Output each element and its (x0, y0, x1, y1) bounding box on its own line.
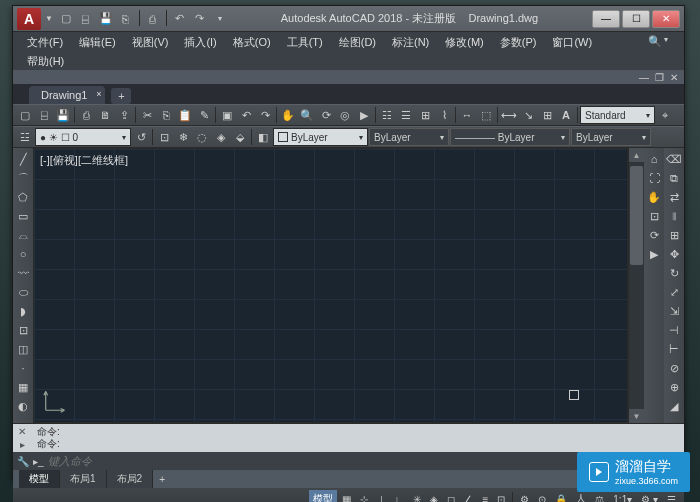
doc-minimize-icon[interactable]: — (639, 72, 649, 83)
menu-dimension[interactable]: 标注(N) (384, 33, 437, 52)
doc-restore-icon[interactable]: ❐ (655, 72, 664, 83)
tb-orbit-icon[interactable]: ⟳ (317, 106, 335, 124)
rotate-icon[interactable]: ↻ (665, 264, 683, 282)
sb-osnap-icon[interactable]: ◻ (443, 490, 459, 502)
tb-showmotion-icon[interactable]: ▶ (355, 106, 373, 124)
menu-file[interactable]: 文件(F) (19, 33, 71, 52)
ellipse-arc-icon[interactable]: ◗ (14, 302, 32, 320)
menu-tools[interactable]: 工具(T) (279, 33, 331, 52)
sb-grid-icon[interactable]: ▦ (338, 490, 355, 502)
save-icon[interactable]: 💾 (97, 10, 115, 28)
sb-ortho-icon[interactable]: ∟ (391, 490, 409, 502)
nav-home-icon[interactable]: ⌂ (645, 150, 663, 168)
layout-tab-add[interactable]: + (153, 472, 171, 487)
menu-help[interactable]: 帮助(H) (19, 52, 72, 71)
file-tab-add[interactable]: + (111, 88, 131, 104)
file-tab-close-icon[interactable]: × (96, 89, 101, 99)
tb-zoom-icon[interactable]: 🔍 (298, 106, 316, 124)
nav-zoom-ext-icon[interactable]: ⊡ (645, 207, 663, 225)
drawing-canvas[interactable]: [-][俯视][二维线框] (33, 148, 628, 423)
minimize-button[interactable]: — (592, 10, 620, 28)
sb-iso-icon[interactable]: ◈ (426, 490, 442, 502)
tb-block-icon[interactable]: ▣ (218, 106, 236, 124)
layer-state-combo[interactable]: ● ☀ ☐ 0▾ (35, 128, 131, 146)
arc-icon[interactable]: ⌓ (14, 226, 32, 244)
open-icon[interactable]: ⌸ (77, 10, 95, 28)
wrench-icon[interactable]: 🔧 (17, 456, 29, 467)
offset-icon[interactable]: ⫴ (665, 207, 683, 225)
sb-polar-icon[interactable]: ✳ (409, 490, 425, 502)
file-tab-drawing1[interactable]: Drawing1 × (29, 86, 105, 104)
polygon-icon[interactable]: ⬠ (14, 188, 32, 206)
spline-icon[interactable]: 〰 (14, 264, 32, 282)
nav-full-icon[interactable]: ⛶ (645, 169, 663, 187)
nav-orbit-icon[interactable]: ⟳ (645, 226, 663, 244)
maximize-button[interactable]: ☐ (622, 10, 650, 28)
sb-model-button[interactable]: 模型 (309, 490, 337, 502)
menu-window[interactable]: 窗口(W) (544, 33, 600, 52)
cmd-recent-icon[interactable]: ▸ (20, 439, 25, 450)
menu-parametric[interactable]: 参数(P) (492, 33, 545, 52)
tb-dist-icon[interactable]: ↔ (458, 106, 476, 124)
undo-icon[interactable]: ↶ (171, 10, 189, 28)
app-menu-button[interactable]: A (17, 8, 41, 30)
tb-tool-icon[interactable]: ⊞ (416, 106, 434, 124)
tb-pan-icon[interactable]: ✋ (279, 106, 297, 124)
close-button[interactable]: ✕ (652, 10, 680, 28)
tb-match-icon[interactable]: ✎ (195, 106, 213, 124)
layer-iso-icon[interactable]: ⊡ (155, 128, 173, 146)
tb-table-icon[interactable]: ⊞ (538, 106, 556, 124)
menu-modify[interactable]: 修改(M) (437, 33, 492, 52)
tb-steer-icon[interactable]: ◎ (336, 106, 354, 124)
line-icon[interactable]: ╱ (14, 150, 32, 168)
point-icon[interactable]: · (14, 359, 32, 377)
tb-undo-icon[interactable]: ↶ (237, 106, 255, 124)
tb-sheet-icon[interactable]: ☰ (397, 106, 415, 124)
menu-format[interactable]: 格式(O) (225, 33, 279, 52)
doc-close-icon[interactable]: ✕ (670, 72, 678, 83)
menu-insert[interactable]: 插入(I) (176, 33, 224, 52)
join-icon[interactable]: ⊕ (665, 378, 683, 396)
layout-tab-model[interactable]: 模型 (19, 470, 60, 488)
trim-icon[interactable]: ⊣ (665, 321, 683, 339)
sb-ws-icon[interactable]: ⚙ (516, 490, 533, 502)
new-icon[interactable]: ▢ (57, 10, 75, 28)
hatch-icon[interactable]: ▦ (14, 378, 32, 396)
cmd-expand-icon[interactable]: ✕ (18, 426, 26, 437)
polyline-icon[interactable]: ⌒ (14, 169, 32, 187)
nav-show-icon[interactable]: ▶ (645, 245, 663, 263)
sb-infer-icon[interactable]: ⊥ (373, 490, 390, 502)
extend-icon[interactable]: ⊢ (665, 340, 683, 358)
scroll-thumb[interactable] (630, 166, 643, 265)
copy-obj-icon[interactable]: ⧉ (665, 169, 683, 187)
menu-draw[interactable]: 绘图(D) (331, 33, 384, 52)
sb-lwt-icon[interactable]: ≡ (478, 490, 492, 502)
mirror-icon[interactable]: ⇄ (665, 188, 683, 206)
viewport-label[interactable]: [-][俯视][二维线框] (40, 153, 128, 168)
scroll-up-icon[interactable]: ▲ (629, 148, 644, 162)
array-icon[interactable]: ⊞ (665, 226, 683, 244)
layer-prev-icon[interactable]: ↺ (132, 128, 150, 146)
tb-new-icon[interactable]: ▢ (16, 106, 34, 124)
search-icon[interactable]: 🔍 (648, 35, 662, 49)
erase-icon[interactable]: ⌫ (665, 150, 683, 168)
layer-make-icon[interactable]: ◈ (212, 128, 230, 146)
break-icon[interactable]: ⊘ (665, 359, 683, 377)
layer-off-icon[interactable]: ◌ (193, 128, 211, 146)
plotstyle-combo[interactable]: ByLayer▾ (571, 128, 651, 146)
tb-dim-icon[interactable]: ⟷ (500, 106, 518, 124)
sb-tpy-icon[interactable]: ⊡ (493, 490, 509, 502)
tb-save-icon[interactable]: 💾 (54, 106, 72, 124)
sb-snap-icon[interactable]: ⊹ (356, 490, 372, 502)
layer-match-icon[interactable]: ⬙ (231, 128, 249, 146)
app-menu-arrow-icon[interactable]: ▼ (45, 14, 53, 23)
style-combo[interactable]: Standard▾ (580, 106, 655, 124)
chamfer-icon[interactable]: ◢ (665, 397, 683, 415)
layer-props-icon[interactable]: ☳ (16, 128, 34, 146)
color-combo[interactable]: ByLayer▾ (273, 128, 368, 146)
tb-plot-icon[interactable]: ⎙ (77, 106, 95, 124)
info-icon[interactable]: ▾ (664, 35, 678, 49)
layer-freeze-icon[interactable]: ❄ (174, 128, 192, 146)
tb-select-icon[interactable]: ⬚ (477, 106, 495, 124)
circle-icon[interactable]: ○ (14, 245, 32, 263)
